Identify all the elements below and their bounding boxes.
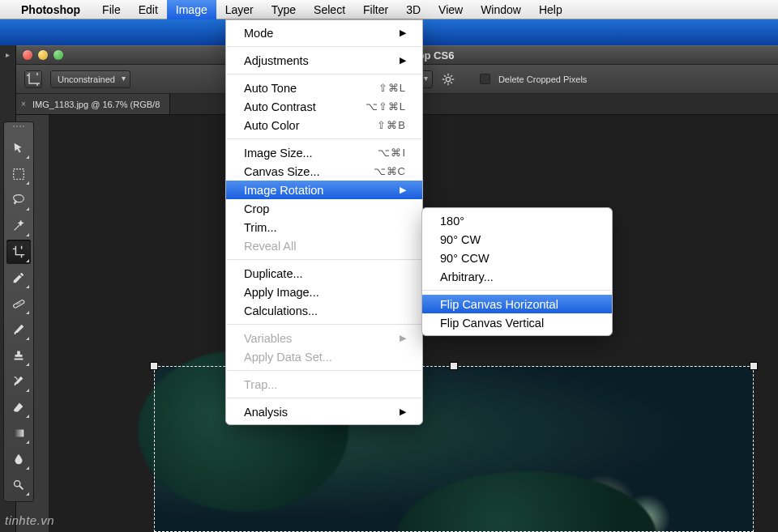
image-menu-image-size[interactable]: Image Size...⌥⌘I <box>226 143 422 162</box>
brush-tool[interactable] <box>6 317 31 342</box>
menu-item-label: Analysis <box>244 406 288 419</box>
image-menu-crop[interactable]: Crop <box>226 199 422 218</box>
menu-item-label: Auto Contrast <box>244 100 316 113</box>
clone-stamp-tool[interactable] <box>6 343 31 368</box>
toolbox-grip[interactable] <box>8 126 29 132</box>
stamp-icon <box>11 348 26 363</box>
menu-shortcut: ⌥⌘C <box>374 165 406 177</box>
rotation-menu-arbitrary[interactable]: Arbitrary... <box>422 267 612 286</box>
submenu-arrow-icon: ▶ <box>400 55 406 66</box>
menu-shortcut: ⇧⌘B <box>377 119 406 131</box>
image-menu-dropdown: Mode▶Adjustments▶Auto Tone⇧⌘LAuto Contra… <box>225 19 423 425</box>
menu-item-label: 90° CCW <box>440 252 489 265</box>
menu-shortcut: ⌥⇧⌘L <box>365 100 406 113</box>
minimize-button[interactable] <box>38 50 48 60</box>
move-tool[interactable] <box>6 136 31 160</box>
blur-tool[interactable] <box>6 447 31 471</box>
document-tab[interactable]: × IMG_1183.jpg @ 16.7% (RGB/8 <box>16 94 170 114</box>
lasso-tool[interactable] <box>6 188 31 212</box>
image-menu-analysis[interactable]: Analysis▶ <box>226 402 422 421</box>
rotation-menu-flip-canvas-horizontal[interactable]: Flip Canvas Horizontal <box>422 295 612 313</box>
menu-layer[interactable]: Layer <box>216 0 263 19</box>
svg-rect-1 <box>14 169 24 180</box>
image-menu-calculations[interactable]: Calculations... <box>226 301 422 320</box>
image-menu-separator <box>227 46 421 47</box>
dodge-tool[interactable] <box>6 473 31 497</box>
image-menu-auto-contrast[interactable]: Auto Contrast⌥⇧⌘L <box>226 97 422 116</box>
image-menu-auto-tone[interactable]: Auto Tone⇧⌘L <box>226 79 422 97</box>
menu-select[interactable]: Select <box>305 0 354 19</box>
history-brush-tool[interactable] <box>6 369 31 394</box>
menu-filter[interactable]: Filter <box>354 0 397 19</box>
close-button[interactable] <box>23 50 32 60</box>
rotation-menu-flip-canvas-vertical[interactable]: Flip Canvas Vertical <box>422 313 612 332</box>
crop-tool[interactable] <box>6 240 31 264</box>
image-menu-separator <box>227 74 421 74</box>
menu-item-label: Flip Canvas Horizontal <box>440 298 558 311</box>
crop-icon <box>25 71 41 87</box>
menu-3d[interactable]: 3D <box>397 0 430 19</box>
rotation-menu-180[interactable]: 180° <box>422 211 612 230</box>
menu-item-label: 90° CW <box>440 233 481 246</box>
gradient-tool[interactable] <box>6 421 31 445</box>
image-menu-separator <box>227 324 421 325</box>
toolbox[interactable] <box>3 121 34 502</box>
image-menu-variables: Variables▶ <box>226 329 422 347</box>
submenu-arrow-icon: ▶ <box>400 28 406 38</box>
watermark: tinhte.vn <box>5 513 54 527</box>
image-menu-duplicate[interactable]: Duplicate... <box>226 264 422 283</box>
magic-wand-tool[interactable] <box>6 214 31 238</box>
eyedropper-tool[interactable] <box>6 266 31 290</box>
menu-item-label: Duplicate... <box>244 267 303 280</box>
rotation-menu-separator <box>423 290 611 291</box>
zoom-button[interactable] <box>53 50 63 60</box>
dodge-icon <box>11 478 26 492</box>
menu-item-label: Image Rotation <box>244 184 323 197</box>
image-menu-reveal-all: Reveal All <box>226 236 422 255</box>
menu-edit[interactable]: Edit <box>130 0 167 19</box>
image-menu-canvas-size[interactable]: Canvas Size...⌥⌘C <box>226 162 422 181</box>
menu-item-label: Variables <box>244 332 292 345</box>
svg-rect-6 <box>14 430 24 437</box>
menu-type[interactable]: Type <box>263 0 305 19</box>
svg-point-7 <box>15 481 20 487</box>
eyedropper-icon <box>11 270 26 285</box>
document-tab-label: IMG_1183.jpg @ 16.7% (RGB/8 <box>32 100 160 109</box>
crop-preset-dropdown[interactable]: Unconstrained <box>50 70 130 88</box>
menu-window[interactable]: Window <box>472 0 530 19</box>
image-menu-mode[interactable]: Mode▶ <box>226 23 422 42</box>
app-name[interactable]: Photoshop <box>21 3 80 16</box>
svg-point-4 <box>16 304 17 304</box>
menu-item-label: Adjustments <box>244 54 309 67</box>
eraser-tool[interactable] <box>6 395 31 419</box>
move-icon <box>11 141 26 155</box>
image-rotation-submenu: 180°90° CW90° CCWArbitrary...Flip Canvas… <box>421 207 613 336</box>
image-menu-auto-color[interactable]: Auto Color⇧⌘B <box>226 116 422 134</box>
menu-item-label: Auto Tone <box>244 82 297 95</box>
menu-help[interactable]: Help <box>530 0 571 19</box>
menu-item-label: Crop <box>244 202 269 215</box>
rotation-menu-90-cw[interactable]: 90° CW <box>422 230 612 249</box>
menu-item-label: Trap... <box>244 378 277 391</box>
menu-view[interactable]: View <box>430 0 472 19</box>
image-menu-adjustments[interactable]: Adjustments▶ <box>226 51 422 70</box>
image-menu-separator <box>227 138 421 139</box>
droplet-icon <box>11 452 26 466</box>
menu-image[interactable]: Image <box>167 0 216 19</box>
menu-item-label: Calculations... <box>244 304 318 317</box>
marquee-tool[interactable] <box>6 162 31 186</box>
delete-cropped-checkbox[interactable] <box>480 74 490 84</box>
image-menu-image-rotation[interactable]: Image Rotation▶ <box>226 181 422 199</box>
crop-tool-preset-icon[interactable] <box>24 70 42 88</box>
image-menu-apply-image[interactable]: Apply Image... <box>226 283 422 301</box>
image-menu-apply-data-set: Apply Data Set... <box>226 347 422 366</box>
menu-file[interactable]: File <box>93 0 130 19</box>
mac-menubar: Photoshop File Edit Image Layer Type Sel… <box>0 0 778 19</box>
eraser-icon <box>11 400 26 415</box>
gear-icon[interactable] <box>441 72 455 87</box>
rotation-menu-90-ccw[interactable]: 90° CCW <box>422 249 612 267</box>
image-menu-trim[interactable]: Trim... <box>226 218 422 236</box>
close-tab-icon[interactable]: × <box>21 100 26 109</box>
submenu-arrow-icon: ▶ <box>400 185 406 195</box>
healing-brush-tool[interactable] <box>6 292 31 316</box>
